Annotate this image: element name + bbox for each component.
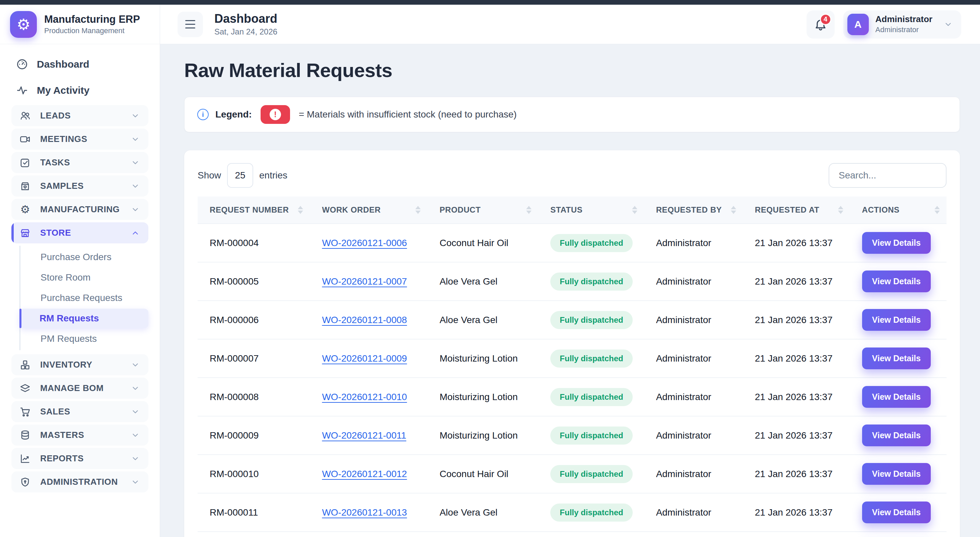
- column-header-actions[interactable]: Actions: [850, 197, 947, 224]
- status-cell: Fully dispatched: [538, 454, 644, 493]
- chevron-down-icon: [944, 20, 953, 29]
- sidebar-toggle-button[interactable]: [178, 12, 203, 37]
- sidebar-item-manufacturing[interactable]: ⚙ MANUFACTURING: [11, 199, 148, 220]
- work-order-link[interactable]: WO-20260121-0010: [322, 392, 407, 402]
- actions-cell: View Details: [850, 493, 947, 532]
- requested-by-cell: Administrator: [644, 532, 743, 537]
- entries-label: entries: [259, 170, 287, 181]
- column-header-requested-at[interactable]: Requested At: [743, 197, 850, 224]
- status-cell: Fully dispatched: [538, 301, 644, 339]
- sort-icon[interactable]: [298, 206, 303, 214]
- work-order-cell: WO-20260121-0008: [310, 301, 427, 339]
- sidebar-item-meetings[interactable]: MEETINGS: [11, 129, 148, 149]
- top-navbar: Dashboard Sat, Jan 24, 2026 4 A Administ…: [160, 5, 980, 44]
- sidebar-subitem-store-room[interactable]: Store Room: [21, 268, 148, 287]
- work-order-link[interactable]: WO-20260121-0006: [322, 238, 407, 248]
- sidebar-item-manage-bom[interactable]: MANAGE BOM: [11, 378, 148, 399]
- sidebar: ⚙ Manufacturing ERP Production Managemen…: [0, 5, 160, 537]
- sidebar-subitem-rm-requests[interactable]: RM Requests: [19, 309, 148, 328]
- users-icon: [19, 110, 31, 122]
- top-accent-bar: [0, 0, 980, 5]
- check-square-icon: [19, 157, 31, 168]
- column-header-product[interactable]: Product: [427, 197, 538, 224]
- column-header-request-number[interactable]: Request Number: [197, 197, 310, 224]
- status-badge: Fully dispatched: [550, 465, 632, 483]
- column-header-work-order[interactable]: Work Order: [310, 197, 427, 224]
- requested-at-cell: 21 Jan 2026 13:37: [743, 262, 850, 301]
- status-cell: Fully dispatched: [538, 532, 644, 537]
- sort-icon[interactable]: [934, 206, 940, 214]
- view-details-button[interactable]: View Details: [862, 502, 931, 523]
- search-input[interactable]: [829, 163, 947, 188]
- sidebar-item-label: Dashboard: [37, 59, 89, 70]
- view-details-button[interactable]: View Details: [862, 232, 931, 254]
- database-icon: [19, 429, 31, 441]
- app-subtitle: Production Management: [44, 27, 140, 35]
- work-order-cell: WO-20260121-0011: [310, 416, 427, 454]
- sidebar-item-label: SAMPLES: [40, 181, 122, 191]
- work-order-link[interactable]: WO-20260121-0007: [322, 276, 407, 287]
- sidebar-item-label: LEADS: [40, 110, 122, 121]
- sidebar-subitem-purchase-orders[interactable]: Purchase Orders: [21, 248, 148, 267]
- table-row: RM-000006 WO-20260121-0008 Aloe Vera Gel…: [197, 301, 947, 339]
- actions-cell: View Details: [850, 454, 947, 493]
- work-order-link[interactable]: WO-20260121-0009: [322, 353, 407, 364]
- notifications-button[interactable]: 4: [807, 10, 835, 38]
- sort-icon[interactable]: [632, 206, 637, 214]
- sidebar-item-tasks[interactable]: TASKS: [11, 152, 148, 173]
- column-header-status[interactable]: Status: [538, 197, 644, 224]
- product-cell: Moisturizing Lotion: [427, 378, 538, 416]
- video-icon: [19, 133, 31, 145]
- work-order-link[interactable]: WO-20260121-0008: [322, 315, 407, 325]
- sidebar-item-reports[interactable]: REPORTS: [11, 448, 148, 469]
- requested-at-cell: 21 Jan 2026 13:37: [743, 416, 850, 454]
- status-badge: Fully dispatched: [550, 388, 632, 406]
- sidebar-item-leads[interactable]: LEADS: [11, 105, 148, 126]
- sidebar-item-my-activity[interactable]: My Activity: [11, 79, 148, 102]
- sidebar-item-store[interactable]: STORE: [11, 222, 148, 243]
- sidebar-subitem-pm-requests[interactable]: PM Requests: [21, 329, 148, 348]
- sort-icon[interactable]: [731, 206, 736, 214]
- status-badge: Fully dispatched: [550, 311, 632, 329]
- sidebar-item-samples[interactable]: SAMPLES: [11, 175, 148, 197]
- sidebar-item-administration[interactable]: ADMINISTRATION: [11, 471, 148, 493]
- requested-at-cell: 21 Jan 2026 13:37: [743, 224, 850, 262]
- gear-icon: ⚙: [16, 15, 30, 33]
- sidebar-subitem-purchase-requests[interactable]: Purchase Requests: [21, 288, 148, 308]
- request-number-cell: RM-000010: [197, 454, 310, 493]
- work-order-link[interactable]: WO-20260121-0012: [322, 469, 407, 479]
- page-header-title: Dashboard: [214, 12, 277, 25]
- requests-table: Request Number Work Order Product Status…: [197, 197, 947, 537]
- sort-icon[interactable]: [838, 206, 843, 214]
- sidebar-item-masters[interactable]: MASTERS: [11, 424, 148, 446]
- status-badge: Fully dispatched: [550, 273, 632, 291]
- chevron-down-icon: [131, 431, 140, 440]
- status-badge: Fully dispatched: [550, 427, 632, 445]
- table-header-row: Request Number Work Order Product Status…: [197, 197, 947, 224]
- sort-icon[interactable]: [415, 206, 421, 214]
- sidebar-item-sales[interactable]: SALES: [11, 401, 148, 422]
- user-menu[interactable]: A Administrator Administrator: [843, 10, 961, 38]
- sidebar-item-inventory[interactable]: INVENTORY: [11, 354, 148, 375]
- view-details-button[interactable]: View Details: [862, 348, 931, 369]
- chevron-down-icon: [131, 454, 140, 463]
- actions-cell: View Details: [850, 378, 947, 416]
- requested-by-cell: Administrator: [644, 416, 743, 454]
- cart-icon: [19, 406, 31, 418]
- table-row: RM-000005 WO-20260121-0007 Aloe Vera Gel…: [197, 262, 947, 301]
- entries-per-page-select[interactable]: 25: [227, 163, 253, 188]
- sort-icon[interactable]: [526, 206, 531, 214]
- view-details-button[interactable]: View Details: [862, 424, 931, 446]
- view-details-button[interactable]: View Details: [862, 270, 931, 292]
- view-details-button[interactable]: View Details: [862, 309, 931, 331]
- view-details-button[interactable]: View Details: [862, 463, 931, 485]
- work-order-link[interactable]: WO-20260121-0011: [322, 430, 406, 440]
- work-order-link[interactable]: WO-20260121-0013: [322, 507, 407, 518]
- column-header-requested-by[interactable]: Requested By: [644, 197, 743, 224]
- request-number-cell: RM-000012: [197, 532, 310, 537]
- app-logo: ⚙ Manufacturing ERP Production Managemen…: [0, 5, 160, 44]
- sidebar-item-dashboard[interactable]: Dashboard: [11, 53, 148, 76]
- table-row: RM-000008 WO-20260121-0010 Moisturizing …: [197, 378, 947, 416]
- view-details-button[interactable]: View Details: [862, 386, 931, 408]
- requests-table-card: Show 25 entries Request Number Work Orde…: [184, 150, 960, 537]
